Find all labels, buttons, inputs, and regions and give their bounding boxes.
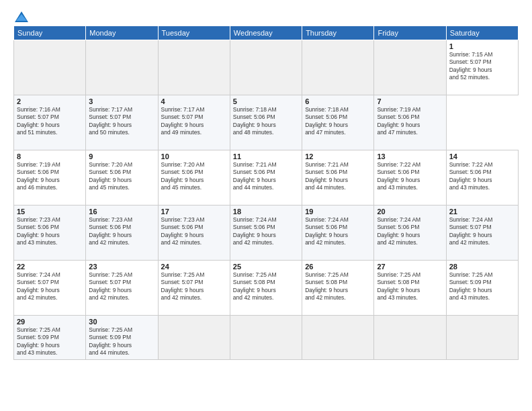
day-info: Sunrise: 7:25 AM Sunset: 5:08 PM Dayligh… [233,271,299,302]
day-info: Sunrise: 7:21 AM Sunset: 5:06 PM Dayligh… [305,161,371,192]
day-number: 17 [161,208,227,216]
day-info: Sunrise: 7:25 AM Sunset: 5:09 PM Dayligh… [89,326,154,357]
day-number: 21 [449,208,515,216]
day-number: 10 [161,152,227,161]
day-info: Sunrise: 7:25 AM Sunset: 5:08 PM Dayligh… [377,271,443,302]
logo [13,11,30,20]
calendar-day-8: 8Sunrise: 7:19 AM Sunset: 5:06 PM Daylig… [14,150,86,205]
day-info: Sunrise: 7:20 AM Sunset: 5:06 PM Dayligh… [161,161,227,192]
day-header-wednesday: Wednesday [230,26,302,40]
day-info: Sunrise: 7:17 AM Sunset: 5:07 PM Dayligh… [89,106,154,137]
day-info: Sunrise: 7:16 AM Sunset: 5:07 PM Dayligh… [17,106,83,137]
calendar-day-empty [230,316,302,360]
day-info: Sunrise: 7:18 AM Sunset: 5:06 PM Dayligh… [233,106,299,137]
day-number: 15 [17,208,83,216]
calendar-day-14: 14Sunrise: 7:22 AM Sunset: 5:06 PM Dayli… [446,150,518,205]
calendar-day-21: 21Sunrise: 7:24 AM Sunset: 5:07 PM Dayli… [446,205,518,261]
day-info: Sunrise: 7:24 AM Sunset: 5:06 PM Dayligh… [233,216,299,247]
calendar-day-22: 22Sunrise: 7:24 AM Sunset: 5:07 PM Dayli… [14,261,86,316]
day-info: Sunrise: 7:23 AM Sunset: 5:06 PM Dayligh… [17,216,83,247]
day-info: Sunrise: 7:25 AM Sunset: 5:08 PM Dayligh… [305,271,371,302]
day-info: Sunrise: 7:22 AM Sunset: 5:06 PM Dayligh… [377,161,443,192]
day-number: 30 [89,318,154,326]
day-number: 8 [17,152,83,161]
calendar-day-11: 11Sunrise: 7:21 AM Sunset: 5:06 PM Dayli… [230,150,302,205]
day-number: 23 [89,263,154,271]
day-number: 5 [233,97,299,105]
day-info: Sunrise: 7:24 AM Sunset: 5:07 PM Dayligh… [449,216,515,247]
calendar-day-18: 18Sunrise: 7:24 AM Sunset: 5:06 PM Dayli… [230,205,302,261]
day-header-thursday: Thursday [302,26,374,40]
day-number: 28 [449,263,515,271]
day-number: 29 [17,318,83,326]
calendar-week-4: 15Sunrise: 7:23 AM Sunset: 5:06 PM Dayli… [14,205,519,261]
calendar-day-26: 26Sunrise: 7:25 AM Sunset: 5:08 PM Dayli… [302,261,374,316]
logo-text [13,11,30,23]
calendar-day-13: 13Sunrise: 7:22 AM Sunset: 5:06 PM Dayli… [374,150,446,205]
calendar-day-10: 10Sunrise: 7:20 AM Sunset: 5:06 PM Dayli… [158,150,230,205]
calendar-day-23: 23Sunrise: 7:25 AM Sunset: 5:07 PM Dayli… [86,261,158,316]
calendar-week-1: 1Sunrise: 7:15 AM Sunset: 5:07 PM Daylig… [14,40,519,95]
calendar-day-empty [374,316,446,360]
day-info: Sunrise: 7:24 AM Sunset: 5:06 PM Dayligh… [377,216,443,247]
day-number: 13 [377,152,443,161]
calendar-day-25: 25Sunrise: 7:25 AM Sunset: 5:08 PM Dayli… [230,261,302,316]
day-number: 7 [377,97,443,105]
calendar-day-28: 28Sunrise: 7:25 AM Sunset: 5:09 PM Dayli… [446,261,518,316]
calendar-day-12: 12Sunrise: 7:21 AM Sunset: 5:06 PM Dayli… [302,150,374,205]
day-info: Sunrise: 7:17 AM Sunset: 5:07 PM Dayligh… [161,106,227,137]
calendar-day-29: 29Sunrise: 7:25 AM Sunset: 5:09 PM Dayli… [14,316,86,360]
day-number: 20 [377,208,443,216]
calendar-week-2: 2Sunrise: 7:16 AM Sunset: 5:07 PM Daylig… [14,95,519,150]
calendar-day-empty [302,316,374,360]
day-info: Sunrise: 7:25 AM Sunset: 5:09 PM Dayligh… [449,271,515,302]
calendar-week-6: 29Sunrise: 7:25 AM Sunset: 5:09 PM Dayli… [14,316,519,360]
calendar: SundayMondayTuesdayWednesdayThursdayFrid… [13,26,519,360]
day-info: Sunrise: 7:19 AM Sunset: 5:06 PM Dayligh… [377,106,443,137]
calendar-day-16: 16Sunrise: 7:23 AM Sunset: 5:06 PM Dayli… [86,205,158,261]
calendar-day-empty [446,316,518,360]
calendar-day-3: 3Sunrise: 7:17 AM Sunset: 5:07 PM Daylig… [86,95,158,150]
day-info: Sunrise: 7:18 AM Sunset: 5:06 PM Dayligh… [305,106,371,137]
day-info: Sunrise: 7:23 AM Sunset: 5:06 PM Dayligh… [161,216,227,247]
day-info: Sunrise: 7:25 AM Sunset: 5:07 PM Dayligh… [161,271,227,302]
day-number: 6 [305,97,371,105]
day-header-monday: Monday [86,26,158,40]
calendar-day-empty [302,40,374,95]
calendar-day-5: 5Sunrise: 7:18 AM Sunset: 5:06 PM Daylig… [230,95,302,150]
calendar-day-30: 30Sunrise: 7:25 AM Sunset: 5:09 PM Dayli… [86,316,158,360]
calendar-day-20: 20Sunrise: 7:24 AM Sunset: 5:06 PM Dayli… [374,205,446,261]
day-header-tuesday: Tuesday [158,26,230,40]
page: SundayMondayTuesdayWednesdayThursdayFrid… [0,0,532,411]
day-info: Sunrise: 7:25 AM Sunset: 5:09 PM Dayligh… [17,326,83,357]
calendar-day-4: 4Sunrise: 7:17 AM Sunset: 5:07 PM Daylig… [158,95,230,150]
day-number: 9 [89,152,154,161]
day-number: 11 [233,152,299,161]
day-info: Sunrise: 7:20 AM Sunset: 5:06 PM Dayligh… [89,161,154,192]
calendar-day-15: 15Sunrise: 7:23 AM Sunset: 5:06 PM Dayli… [14,205,86,261]
header [13,11,519,20]
calendar-week-3: 8Sunrise: 7:19 AM Sunset: 5:06 PM Daylig… [14,150,519,205]
day-info: Sunrise: 7:23 AM Sunset: 5:06 PM Dayligh… [89,216,154,247]
day-info: Sunrise: 7:21 AM Sunset: 5:06 PM Dayligh… [233,161,299,192]
day-number: 4 [161,97,227,105]
calendar-day-empty [230,40,302,95]
calendar-day-empty [158,40,230,95]
logo-icon [14,11,29,23]
calendar-day-9: 9Sunrise: 7:20 AM Sunset: 5:06 PM Daylig… [86,150,158,205]
calendar-day-empty [374,40,446,95]
calendar-day-empty [158,316,230,360]
calendar-day-empty [14,40,86,95]
day-info: Sunrise: 7:19 AM Sunset: 5:06 PM Dayligh… [17,161,83,192]
day-number: 16 [89,208,154,216]
calendar-day-1: 1Sunrise: 7:15 AM Sunset: 5:07 PM Daylig… [446,40,518,95]
day-number: 12 [305,152,371,161]
day-number: 22 [17,263,83,271]
day-number: 27 [377,263,443,271]
day-number: 18 [233,208,299,216]
day-info: Sunrise: 7:25 AM Sunset: 5:07 PM Dayligh… [89,271,154,302]
calendar-day-27: 27Sunrise: 7:25 AM Sunset: 5:08 PM Dayli… [374,261,446,316]
calendar-day-7: 7Sunrise: 7:19 AM Sunset: 5:06 PM Daylig… [374,95,446,150]
day-header-saturday: Saturday [446,26,518,40]
calendar-day-24: 24Sunrise: 7:25 AM Sunset: 5:07 PM Dayli… [158,261,230,316]
